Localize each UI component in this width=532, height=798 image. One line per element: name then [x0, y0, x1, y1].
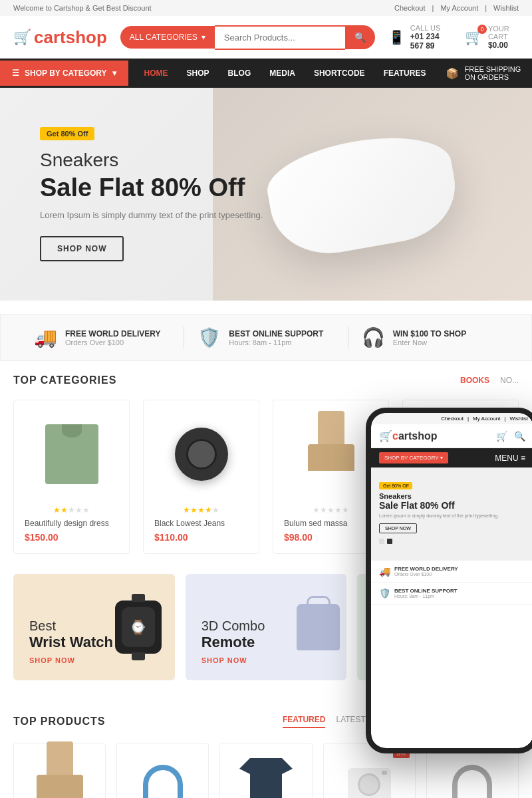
chevron-down-icon: ▾	[201, 33, 205, 42]
bag-illustration	[297, 604, 340, 650]
shop-by-cat-label: SHOP BY CATEGORY	[25, 68, 107, 78]
promo-watch: ⌚ Best Wrist Watch SHOP NOW	[13, 574, 175, 680]
nav-link-home[interactable]: HOME	[135, 61, 178, 86]
delivery-icon: 🚚	[34, 327, 57, 348]
dot-2	[387, 539, 392, 544]
search-input[interactable]	[215, 25, 345, 50]
mobile-header-icons: 🛒 🔍	[496, 431, 525, 442]
wishlist-link[interactable]: Wishlist	[493, 4, 519, 12]
free-shipping: 📦 FREE SHIPPING ON ORDERS	[435, 59, 532, 88]
logo-text: cartshop	[34, 27, 107, 48]
shop-by-category[interactable]: ☰ SHOP BY CATEGORY ▾	[0, 61, 128, 86]
header: 🛒 cartshop ALL CATEGORIES ▾ 🔍 📱 CALL US …	[0, 16, 532, 59]
product-price-1: $150.00	[25, 532, 118, 543]
call-label: CALL US	[410, 24, 452, 32]
cart-amount: $0.00	[488, 41, 519, 50]
categories-header: TOP CATEGORIES BOOKS NO...	[13, 374, 519, 386]
hero-image	[246, 108, 479, 281]
mobile-feature-delivery: 🚚 FREE WORLD DELIVERY Orders Over $100	[371, 561, 532, 583]
category-select[interactable]: ALL CATEGORIES ▾	[120, 26, 215, 49]
logo-cart-icon: 🛒	[13, 29, 31, 46]
top-bar-links: Checkout | My Account | Wishlist	[394, 4, 519, 12]
hero-shop-now-button[interactable]: SHOP NOW	[40, 236, 124, 261]
stars-1: ★★★★★	[25, 505, 118, 515]
tp-headphone-blue-illustration	[143, 765, 183, 798]
stars-3: ★★★★★	[284, 505, 378, 515]
tp-img-chair	[22, 751, 97, 798]
mobile-hero-badge: Get 80% Off	[379, 482, 412, 489]
categories-tabs: BOOKS NO...	[460, 376, 519, 385]
sneaker-illustration	[261, 126, 464, 263]
feature-win: 🎧 WIN $100 TO SHOP Enter Now	[348, 327, 511, 348]
mobile-logo: 🛒cartshop	[379, 430, 438, 442]
nav-link-features[interactable]: FEATURES	[374, 61, 436, 86]
cart-info: YOUR CART $0.00	[488, 25, 519, 50]
top-bar: Welcome to Cartshop & Get Best Discount …	[0, 0, 532, 16]
product-name-3: Bulum sed massa	[284, 519, 378, 528]
product-name-1: Beautifully design dress	[25, 519, 118, 528]
win-title: WIN $100 TO SHOP	[393, 329, 466, 338]
hero-badge: Get 80% Off	[40, 127, 94, 140]
welcome-text: Welcome to Cartshop & Get Best Discount	[13, 4, 152, 12]
watch-illustration: ⌚	[115, 600, 162, 654]
product-img-3	[284, 411, 378, 497]
hero-content: Get 80% Off Sneakers Sale Flat 80% Off L…	[40, 127, 263, 261]
category-label: ALL CATEGORIES	[130, 33, 198, 42]
cart-widget[interactable]: 🛒 0 YOUR CART $0.00	[465, 25, 519, 50]
mobile-delivery-icon: 🚚	[379, 566, 390, 577]
tp-img-camera	[332, 751, 407, 798]
mobile-support-icon: 🛡️	[379, 588, 390, 598]
call-info: CALL US +01 234 567 89	[410, 24, 452, 51]
phone-icon: 📱	[388, 29, 405, 45]
mobile-checkout: Checkout	[441, 416, 464, 422]
delivery-title: FREE WORLD DELIVERY	[65, 329, 161, 338]
main-nav: ☰ SHOP BY CATEGORY ▾ HOME SHOP BLOG MEDI…	[0, 59, 532, 88]
tp-headphone-silver-illustration	[452, 765, 492, 798]
mobile-divider2: |	[504, 416, 505, 422]
mobile-divider: |	[467, 416, 469, 422]
mobile-shop-now-button[interactable]: SHOP NOW	[379, 523, 417, 533]
camera-illustration	[175, 428, 228, 481]
hero-description: Lorem Ipsum is simply dummy text of the …	[40, 210, 263, 220]
hero-title: Sale Flat 80% Off	[40, 174, 263, 202]
mobile-top-bar: Checkout | My Account | Wishlist	[371, 413, 532, 424]
logo[interactable]: 🛒 cartshop	[13, 27, 107, 48]
mobile-menu-icon: MENU ≡	[495, 454, 525, 463]
mobile-phone-overlay: Checkout | My Account | Wishlist 🛒cartsh…	[366, 408, 532, 753]
nav-link-shortcode[interactable]: SHORTCODE	[305, 61, 374, 86]
win-icon: 🎧	[362, 327, 385, 348]
call-number: +01 234 567 89	[410, 32, 452, 51]
top-product-headphone-blue[interactable]	[116, 743, 209, 798]
promo-bag-btn[interactable]: SHOP NOW	[201, 656, 331, 664]
features-bar: 🚚 FREE WORLD DELIVERY Orders Over $100 🛡…	[0, 314, 532, 361]
my-account-link[interactable]: My Account	[440, 4, 478, 12]
menu-icon: ☰	[12, 68, 19, 78]
tab-featured[interactable]: FEATURED	[283, 715, 325, 728]
product-img-2	[154, 411, 248, 497]
nav-link-media[interactable]: MEDIA	[260, 61, 305, 86]
top-product-chair[interactable]	[13, 743, 106, 798]
nav-link-blog[interactable]: BLOG	[219, 61, 261, 86]
category-product-2[interactable]: ★★★★★ Black Lowest Jeans $110.00	[143, 400, 259, 554]
checkout-link[interactable]: Checkout	[394, 4, 425, 12]
nav-links: HOME SHOP BLOG MEDIA SHORTCODE FEATURES	[128, 61, 436, 86]
mobile-hero-desc: Lorem ipsum is simply dummy text of the …	[379, 513, 525, 518]
tab-no[interactable]: NO...	[500, 376, 519, 385]
divider2: |	[485, 4, 487, 12]
mobile-support-title: BEST ONLINE SUPPORT	[394, 588, 458, 594]
mobile-slider-dots	[379, 539, 525, 544]
tab-books[interactable]: BOOKS	[460, 376, 489, 385]
category-product-1[interactable]: ★★★★★ Beautifully design dress $150.00	[13, 400, 130, 554]
mobile-hero-subtitle: Sneakers	[379, 492, 525, 500]
top-categories-section: TOP CATEGORIES BOOKS NO... ★★★★★ Beautif…	[0, 374, 532, 574]
search-button[interactable]: 🔍	[345, 25, 375, 49]
mobile-wishlist: Wishlist	[509, 416, 528, 422]
cart-label: YOUR CART	[488, 25, 519, 41]
tab-latest[interactable]: LATEST	[336, 715, 365, 728]
mobile-category-label: SHOP BY CATEGORY ▾	[379, 452, 448, 464]
stars-2: ★★★★★	[154, 505, 248, 515]
product-price-3: $98.00	[284, 532, 378, 543]
nav-link-shop[interactable]: SHOP	[178, 61, 219, 86]
top-product-dark-shirt[interactable]	[219, 743, 312, 798]
mobile-hero: Get 80% Off Sneakers Sale Flat 80% Off L…	[371, 467, 532, 561]
